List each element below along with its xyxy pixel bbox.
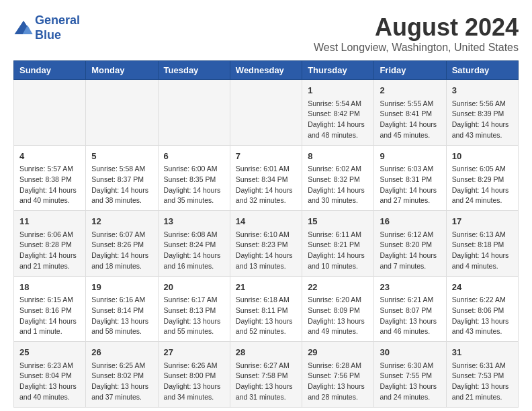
cell-content: Sunrise: 6:07 AM Sunset: 8:26 PM Dayligh… [91, 230, 152, 272]
day-number: 20 [164, 281, 224, 294]
day-header-wednesday: Wednesday [230, 61, 302, 80]
day-number: 10 [452, 150, 513, 163]
calendar-cell: 22Sunrise: 6:20 AM Sunset: 8:09 PM Dayli… [302, 276, 374, 342]
cell-content: Sunrise: 6:10 AM Sunset: 8:23 PM Dayligh… [236, 230, 296, 272]
calendar-week-row: 1Sunrise: 5:54 AM Sunset: 8:42 PM Daylig… [14, 80, 519, 146]
cell-content: Sunrise: 6:26 AM Sunset: 8:00 PM Dayligh… [164, 361, 224, 403]
cell-content: Sunrise: 6:21 AM Sunset: 8:07 PM Dayligh… [380, 295, 440, 337]
calendar-cell: 12Sunrise: 6:07 AM Sunset: 8:26 PM Dayli… [86, 211, 158, 277]
day-number: 25 [19, 346, 80, 359]
cell-content: Sunrise: 6:25 AM Sunset: 8:02 PM Dayligh… [91, 361, 152, 403]
day-header-tuesday: Tuesday [158, 61, 230, 80]
day-number: 18 [19, 281, 80, 294]
cell-content: Sunrise: 6:28 AM Sunset: 7:56 PM Dayligh… [308, 361, 368, 403]
day-number: 22 [308, 281, 368, 294]
cell-content: Sunrise: 6:17 AM Sunset: 8:13 PM Dayligh… [164, 295, 224, 337]
day-number: 17 [452, 215, 513, 228]
calendar-cell: 29Sunrise: 6:28 AM Sunset: 7:56 PM Dayli… [302, 342, 374, 408]
calendar-cell: 8Sunrise: 6:02 AM Sunset: 8:32 PM Daylig… [302, 145, 374, 211]
day-number: 12 [91, 215, 152, 228]
day-header-monday: Monday [86, 61, 158, 80]
calendar-cell: 27Sunrise: 6:26 AM Sunset: 8:00 PM Dayli… [158, 342, 230, 408]
calendar-cell: 20Sunrise: 6:17 AM Sunset: 8:13 PM Dayli… [158, 276, 230, 342]
calendar-cell: 16Sunrise: 6:12 AM Sunset: 8:20 PM Dayli… [374, 211, 446, 277]
calendar-cell: 11Sunrise: 6:06 AM Sunset: 8:28 PM Dayli… [14, 211, 86, 277]
day-number: 3 [452, 84, 513, 97]
day-number: 16 [380, 215, 440, 228]
cell-content: Sunrise: 5:57 AM Sunset: 8:38 PM Dayligh… [19, 164, 80, 206]
cell-content: Sunrise: 6:31 AM Sunset: 7:53 PM Dayligh… [452, 361, 513, 403]
day-number: 6 [164, 150, 224, 163]
calendar-cell: 5Sunrise: 5:58 AM Sunset: 8:37 PM Daylig… [86, 145, 158, 211]
cell-content: Sunrise: 6:15 AM Sunset: 8:16 PM Dayligh… [19, 295, 80, 337]
logo-line2: Blue [35, 28, 61, 42]
cell-content: Sunrise: 6:02 AM Sunset: 8:32 PM Dayligh… [308, 164, 368, 206]
cell-content: Sunrise: 5:58 AM Sunset: 8:37 PM Dayligh… [91, 164, 152, 206]
day-number: 24 [452, 281, 513, 294]
day-number: 26 [91, 346, 152, 359]
calendar-cell: 3Sunrise: 5:56 AM Sunset: 8:39 PM Daylig… [446, 80, 518, 146]
day-number: 31 [452, 346, 513, 359]
calendar-cell: 23Sunrise: 6:21 AM Sunset: 8:07 PM Dayli… [374, 276, 446, 342]
cell-content: Sunrise: 6:01 AM Sunset: 8:34 PM Dayligh… [236, 164, 296, 206]
cell-content: Sunrise: 5:54 AM Sunset: 8:42 PM Dayligh… [308, 99, 368, 141]
calendar-cell: 25Sunrise: 6:23 AM Sunset: 8:04 PM Dayli… [14, 342, 86, 408]
calendar-cell: 26Sunrise: 6:25 AM Sunset: 8:02 PM Dayli… [86, 342, 158, 408]
logo: General Blue [13, 13, 80, 42]
day-number: 9 [380, 150, 440, 163]
calendar-cell [86, 80, 158, 146]
day-number: 5 [91, 150, 152, 163]
calendar-table: SundayMondayTuesdayWednesdayThursdayFrid… [13, 60, 519, 408]
day-number: 15 [308, 215, 368, 228]
calendar-cell: 31Sunrise: 6:31 AM Sunset: 7:53 PM Dayli… [446, 342, 518, 408]
calendar-cell: 17Sunrise: 6:13 AM Sunset: 8:18 PM Dayli… [446, 211, 518, 277]
calendar-cell: 6Sunrise: 6:00 AM Sunset: 8:35 PM Daylig… [158, 145, 230, 211]
calendar-cell: 21Sunrise: 6:18 AM Sunset: 8:11 PM Dayli… [230, 276, 302, 342]
calendar-week-row: 11Sunrise: 6:06 AM Sunset: 8:28 PM Dayli… [14, 211, 519, 277]
cell-content: Sunrise: 6:00 AM Sunset: 8:35 PM Dayligh… [164, 164, 224, 206]
day-number: 19 [91, 281, 152, 294]
day-header-saturday: Saturday [446, 61, 518, 80]
day-header-thursday: Thursday [302, 61, 374, 80]
day-number: 14 [236, 215, 296, 228]
title-section: August 2024 West Longview, Washington, U… [314, 13, 519, 54]
page-header: General Blue August 2024 West Longview, … [13, 13, 519, 54]
logo-line1: General [35, 13, 80, 27]
calendar-cell: 10Sunrise: 6:05 AM Sunset: 8:29 PM Dayli… [446, 145, 518, 211]
calendar-cell: 1Sunrise: 5:54 AM Sunset: 8:42 PM Daylig… [302, 80, 374, 146]
day-number: 8 [308, 150, 368, 163]
calendar-cell: 13Sunrise: 6:08 AM Sunset: 8:24 PM Dayli… [158, 211, 230, 277]
header-row: SundayMondayTuesdayWednesdayThursdayFrid… [14, 61, 519, 80]
day-number: 1 [308, 84, 368, 97]
day-number: 11 [19, 215, 80, 228]
calendar-cell [230, 80, 302, 146]
cell-content: Sunrise: 6:05 AM Sunset: 8:29 PM Dayligh… [452, 164, 513, 206]
day-header-friday: Friday [374, 61, 446, 80]
logo-icon [13, 18, 34, 38]
day-number: 30 [380, 346, 440, 359]
cell-content: Sunrise: 6:13 AM Sunset: 8:18 PM Dayligh… [452, 230, 513, 272]
cell-content: Sunrise: 6:06 AM Sunset: 8:28 PM Dayligh… [19, 230, 80, 272]
cell-content: Sunrise: 6:12 AM Sunset: 8:20 PM Dayligh… [380, 230, 440, 272]
cell-content: Sunrise: 6:18 AM Sunset: 8:11 PM Dayligh… [236, 295, 296, 337]
day-number: 21 [236, 281, 296, 294]
cell-content: Sunrise: 5:55 AM Sunset: 8:41 PM Dayligh… [380, 99, 440, 141]
calendar-week-row: 4Sunrise: 5:57 AM Sunset: 8:38 PM Daylig… [14, 145, 519, 211]
calendar-cell [14, 80, 86, 146]
cell-content: Sunrise: 6:22 AM Sunset: 8:06 PM Dayligh… [452, 295, 513, 337]
main-title: August 2024 [314, 13, 519, 42]
cell-content: Sunrise: 5:56 AM Sunset: 8:39 PM Dayligh… [452, 99, 513, 141]
cell-content: Sunrise: 6:27 AM Sunset: 7:58 PM Dayligh… [236, 361, 296, 403]
calendar-week-row: 18Sunrise: 6:15 AM Sunset: 8:16 PM Dayli… [14, 276, 519, 342]
cell-content: Sunrise: 6:08 AM Sunset: 8:24 PM Dayligh… [164, 230, 224, 272]
calendar-cell: 18Sunrise: 6:15 AM Sunset: 8:16 PM Dayli… [14, 276, 86, 342]
day-number: 4 [19, 150, 80, 163]
day-number: 13 [164, 215, 224, 228]
cell-content: Sunrise: 6:30 AM Sunset: 7:55 PM Dayligh… [380, 361, 440, 403]
logo-text: General Blue [35, 13, 80, 42]
day-number: 23 [380, 281, 440, 294]
calendar-week-row: 25Sunrise: 6:23 AM Sunset: 8:04 PM Dayli… [14, 342, 519, 408]
day-number: 7 [236, 150, 296, 163]
calendar-header: SundayMondayTuesdayWednesdayThursdayFrid… [14, 61, 519, 80]
calendar-cell: 2Sunrise: 5:55 AM Sunset: 8:41 PM Daylig… [374, 80, 446, 146]
